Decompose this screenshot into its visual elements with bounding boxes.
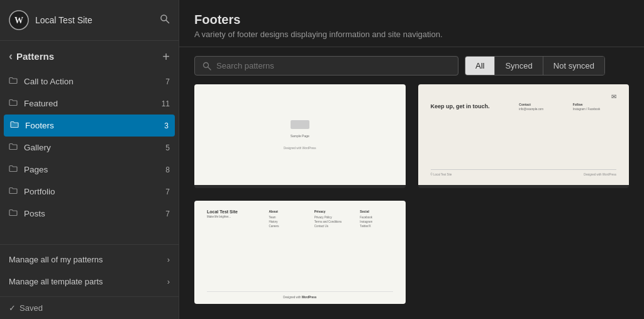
preview-logo: [291, 120, 309, 129]
sidebar-item-gallery[interactable]: Gallery 5: [0, 137, 179, 159]
footer3-privacy-col: Privacy Privacy Policy Terms and Conditi…: [314, 210, 347, 229]
filter-all-button[interactable]: All: [465, 57, 495, 75]
footer2-preview-content: ✉ Keep up, get in touch. Contact info@ex…: [418, 84, 630, 185]
chevron-right-icon: ›: [167, 255, 170, 264]
item-count: 7: [165, 187, 170, 196]
footer3-twitter: Twitter/X: [360, 224, 392, 228]
footer3-facebook: Facebook: [360, 215, 392, 220]
back-button[interactable]: ‹ Patterns: [9, 50, 54, 63]
svg-line-3: [166, 20, 169, 23]
pattern-preview-footer2: ✉ Keep up, get in touch. Contact info@ex…: [418, 84, 630, 185]
item-count: 8: [165, 165, 170, 174]
folder-icon: [9, 98, 18, 109]
footer3-team: Team: [269, 215, 302, 220]
folder-icon-active: [10, 120, 19, 131]
item-count: 5: [165, 143, 170, 152]
footer2-headline-col: Keep up, get in touch.: [431, 103, 509, 111]
footer3-careers: Careers: [269, 224, 302, 228]
back-icon: ‹: [9, 50, 13, 63]
toolbar: All Synced Not synced: [179, 47, 644, 84]
search-icon[interactable]: [160, 14, 170, 26]
footer2-contact-label: Contact: [519, 103, 562, 106]
item-count: 3: [164, 121, 169, 130]
preview-designed-with: Designed with WordPress: [284, 147, 316, 150]
sidebar-item-featured[interactable]: Featured 11: [0, 92, 179, 115]
pattern-card-footer-colophon-4[interactable]: Local Test Site Make life brighter... Ab…: [194, 201, 406, 305]
svg-line-5: [208, 67, 211, 70]
svg-text:W: W: [14, 16, 23, 25]
folder-icon: [9, 142, 18, 153]
footer3-bottom-row: Designed with WordPress: [207, 291, 393, 299]
footer2-copyright: © Local Test Site: [431, 173, 452, 176]
footer3-designed-with: Designed with WordPress: [283, 296, 316, 299]
pattern-card-footer-centered[interactable]: Sample Page Designed with WordPress Foot…: [194, 84, 406, 188]
saved-check-icon: ✓: [9, 303, 16, 313]
manage-template-parts-link[interactable]: Manage all template parts ›: [0, 271, 179, 293]
page-title: Footers: [194, 13, 629, 27]
footer3-terms: Terms and Conditions: [314, 220, 347, 224]
footer2-headline: Keep up, get in touch.: [431, 103, 509, 111]
sidebar-item-pages[interactable]: Pages 8: [0, 159, 179, 181]
sidebar-item-call-to-action[interactable]: Call to Action 7: [0, 70, 179, 92]
main-content: Footers A variety of footer designs disp…: [179, 0, 644, 319]
search-icon: [203, 62, 211, 70]
footer3-tagline: Make life brighter...: [207, 215, 257, 218]
footer3-brand-col: Local Test Site Make life brighter...: [207, 210, 257, 229]
footer3-contact: Contact Us: [314, 224, 347, 228]
footer3-site-name: Local Test Site: [207, 210, 257, 214]
sidebar-item-label: Posts: [24, 209, 45, 218]
envelope-icon: ✉: [611, 93, 616, 100]
footer3-about-header: About: [269, 210, 302, 213]
pattern-info-footer2: Footer with colophon, 3 columns 🔒 ⋮: [418, 185, 630, 188]
search-input[interactable]: [216, 61, 450, 70]
folder-icon: [9, 76, 18, 87]
footer2-bottom: © Local Test Site Designed with WordPres…: [431, 169, 617, 176]
sidebar-header: W Local Test Site: [0, 0, 179, 41]
footer2-follow-value: Instagram / Facebook: [573, 108, 616, 111]
footer3-social-header: Social: [360, 210, 392, 213]
filter-not-synced-button[interactable]: Not synced: [543, 57, 604, 75]
footer3-privacy-header: Privacy: [314, 210, 347, 213]
pattern-preview-footer3: Local Test Site Make life brighter... Ab…: [194, 201, 406, 305]
footer3-instagram: Instagram: [360, 220, 392, 224]
patterns-title: Patterns: [16, 51, 54, 62]
manage-patterns-link[interactable]: Manage all of my patterns ›: [0, 249, 179, 271]
sidebar: W Local Test Site ‹ Patterns + Call to A…: [0, 0, 179, 319]
folder-icon: [9, 164, 18, 175]
preview-sample-page: Sample Page: [291, 134, 309, 138]
search-box: [194, 56, 458, 76]
site-title: Local Test Site: [35, 15, 153, 25]
nav-list: Call to Action 7 Featured 11 Footers 3 G…: [0, 68, 179, 244]
sidebar-item-label: Call to Action: [24, 77, 74, 86]
sidebar-item-posts[interactable]: Posts 7: [0, 203, 179, 225]
sidebar-item-label: Featured: [24, 99, 58, 108]
pattern-preview-footer1: Sample Page Designed with WordPress: [194, 84, 406, 185]
manage-template-parts-label: Manage all template parts: [9, 277, 103, 286]
sidebar-item-footers[interactable]: Footers 3: [4, 115, 175, 137]
folder-icon: [9, 208, 18, 219]
sidebar-item-label: Pages: [24, 165, 48, 174]
sidebar-item-portfolio[interactable]: Portfolio 7: [0, 181, 179, 203]
item-count: 11: [162, 99, 170, 108]
filter-synced-button[interactable]: Synced: [495, 57, 543, 75]
sidebar-item-label: Gallery: [24, 143, 51, 152]
manage-patterns-label: Manage all of my patterns: [9, 255, 103, 264]
footer2-contact-col: Contact info@example.com: [519, 103, 562, 111]
wp-logo-icon: W: [9, 10, 29, 30]
pattern-card-footer-colophon-3[interactable]: ✉ Keep up, get in touch. Contact info@ex…: [418, 84, 630, 188]
add-pattern-button[interactable]: +: [162, 50, 170, 63]
chevron-right-icon: ›: [167, 277, 170, 286]
footer1-preview-content: Sample Page Designed with WordPress: [194, 84, 406, 185]
pattern-info-footer1: Footer with centered logo and navigation…: [194, 185, 406, 188]
patterns-nav-header: ‹ Patterns +: [0, 41, 179, 68]
footer3-history: History: [269, 220, 302, 224]
saved-label: Saved: [19, 303, 43, 313]
folder-icon: [9, 186, 18, 197]
sidebar-item-label: Portfolio: [24, 187, 55, 196]
page-subtitle: A variety of footer designs displaying i…: [194, 30, 629, 39]
footer3-about-col: About Team History Careers: [269, 210, 302, 229]
footer2-follow-label: Follow: [573, 103, 616, 106]
main-header: Footers A variety of footer designs disp…: [179, 0, 644, 47]
footer2-follow-col: Follow Instagram / Facebook: [573, 103, 616, 111]
filter-buttons: All Synced Not synced: [465, 56, 605, 76]
